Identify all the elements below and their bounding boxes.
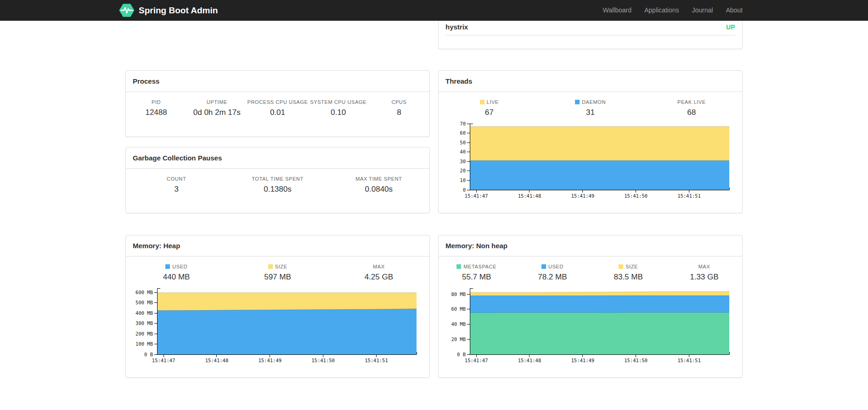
gc-panel-title: Garbage Collection Pauses: [126, 148, 429, 169]
svg-text:600 MB: 600 MB: [135, 290, 153, 295]
service-name[interactable]: hystrix: [445, 23, 468, 31]
metric-peak-live-label: PEAK LIVE: [641, 99, 742, 108]
memory-nonheap-chart: 0 B20 MB40 MB60 MB80 MB15:41:4715:41:481…: [443, 285, 735, 365]
memory-heap-panel: Memory: Heap USED SIZE MAX 440 MB 597 MB…: [125, 235, 430, 378]
service-status-badge: UP: [726, 23, 735, 31]
svg-text:15:41:50: 15:41:50: [624, 358, 648, 363]
gc-metrics: COUNT TOTAL TIME SPENT MAX TIME SPENT 3 …: [126, 176, 429, 194]
gc-panel: Garbage Collection Pauses COUNT TOTAL TI…: [125, 147, 430, 213]
metric-metaspace-label: METASPACE: [439, 264, 514, 273]
metric-system-cpu-value: 0.10: [308, 108, 369, 117]
svg-text:15:41:48: 15:41:48: [518, 358, 541, 363]
memory-heap-panel-title: Memory: Heap: [126, 235, 429, 256]
svg-text:15:41:51: 15:41:51: [677, 358, 701, 363]
svg-text:100 MB: 100 MB: [135, 341, 153, 347]
metric-nonheap-used-label: USED: [514, 264, 590, 273]
nav-item-applications[interactable]: Applications: [638, 0, 686, 21]
metric-heap-used-value: 440 MB: [126, 273, 227, 282]
daemon-swatch-icon: [575, 100, 580, 104]
svg-text:500 MB: 500 MB: [135, 300, 153, 305]
metric-nonheap-used-value: 78.2 MB: [514, 273, 590, 282]
top-navbar: Spring Boot Admin Wallboard Applications…: [0, 0, 868, 21]
metric-gc-total-label: TOTAL TIME SPENT: [227, 176, 328, 185]
process-metrics: PID UPTIME PROCESS CPU USAGE SYSTEM CPU …: [126, 99, 429, 117]
metric-metaspace-value: 55.7 MB: [439, 273, 514, 282]
metric-pid-value: 12488: [126, 108, 186, 117]
service-row[interactable]: hystrix UP: [445, 21, 735, 35]
svg-text:40 MB: 40 MB: [451, 321, 466, 327]
svg-text:15:41:51: 15:41:51: [365, 358, 388, 363]
metric-process-cpu-label: PROCESS CPU USAGE: [247, 99, 308, 108]
brand-logo-icon: [119, 3, 135, 17]
svg-text:0: 0: [463, 187, 466, 193]
threads-legend: LIVE DAEMON PEAK LIVE 67 31 68: [439, 99, 742, 117]
threads-chart: 01020304050607015:41:4715:41:4815:41:491…: [443, 120, 735, 201]
process-panel-title: Process: [126, 71, 429, 92]
brand-link[interactable]: Spring Boot Admin: [119, 3, 218, 17]
memory-nonheap-panel: Memory: Non heap METASPACE USED SIZE MAX…: [438, 235, 743, 378]
threads-panel-title: Threads: [439, 71, 742, 92]
svg-text:15:41:47: 15:41:47: [152, 358, 175, 363]
nonheap-used-swatch-icon: [541, 264, 546, 269]
metric-system-cpu-label: SYSTEM CPU USAGE: [308, 99, 369, 108]
metric-process-cpu-value: 0.01: [247, 108, 308, 117]
metric-uptime-label: UPTIME: [186, 99, 247, 108]
svg-text:50: 50: [460, 140, 466, 145]
nav-item-journal[interactable]: Journal: [685, 0, 719, 21]
metric-live-label: LIVE: [439, 99, 540, 108]
metric-cpus-label: CPUS: [369, 99, 429, 108]
metric-gc-count-value: 3: [126, 185, 227, 194]
metric-gc-max-value: 0.0840s: [328, 185, 429, 194]
svg-text:70: 70: [460, 121, 466, 126]
metric-peak-live-value: 68: [641, 108, 742, 117]
heap-legend: USED SIZE MAX 440 MB 597 MB 4.25 GB: [126, 264, 429, 282]
nonheap-legend: METASPACE USED SIZE MAX 55.7 MB 78.2 MB …: [439, 264, 742, 282]
metric-heap-max-value: 4.25 GB: [328, 273, 429, 282]
navbar-menu: Wallboard Applications Journal About: [596, 0, 743, 21]
metric-nonheap-size-value: 83.5 MB: [591, 273, 666, 282]
metric-heap-size-value: 597 MB: [227, 273, 328, 282]
metric-gc-count-label: COUNT: [126, 176, 227, 185]
svg-text:15:41:48: 15:41:48: [518, 193, 541, 199]
svg-text:200 MB: 200 MB: [135, 331, 153, 336]
svg-text:15:41:49: 15:41:49: [571, 358, 594, 363]
services-panel: hystrix UP: [438, 21, 743, 49]
svg-text:15:41:49: 15:41:49: [258, 358, 282, 363]
svg-text:15:41:47: 15:41:47: [465, 193, 488, 199]
metric-pid-label: PID: [126, 99, 186, 108]
heap-used-swatch-icon: [165, 264, 170, 269]
memory-heap-chart: 0 B100 MB200 MB300 MB400 MB500 MB600 MB1…: [130, 285, 422, 365]
nav-item-wallboard[interactable]: Wallboard: [596, 0, 638, 21]
metric-uptime-value: 0d 0h 2m 17s: [186, 108, 247, 117]
metaspace-swatch-icon: [457, 264, 461, 269]
metric-heap-used-label: USED: [126, 264, 227, 273]
metric-heap-max-label: MAX: [328, 264, 429, 273]
svg-text:20: 20: [460, 168, 466, 173]
svg-text:10: 10: [460, 177, 466, 183]
brand-title: Spring Boot Admin: [139, 6, 218, 16]
svg-text:20 MB: 20 MB: [451, 336, 466, 342]
svg-text:30: 30: [460, 159, 466, 164]
svg-text:15:41:50: 15:41:50: [624, 193, 648, 199]
metric-heap-size-label: SIZE: [227, 264, 328, 273]
nonheap-size-swatch-icon: [619, 264, 623, 269]
svg-text:60: 60: [460, 130, 466, 136]
nav-item-about[interactable]: About: [719, 0, 743, 21]
svg-text:15:41:49: 15:41:49: [571, 193, 594, 199]
svg-text:0 B: 0 B: [457, 352, 466, 357]
metric-nonheap-max-label: MAX: [666, 264, 742, 273]
metric-gc-max-label: MAX TIME SPENT: [328, 176, 429, 185]
metric-nonheap-max-value: 1.33 GB: [666, 273, 742, 282]
svg-text:0 B: 0 B: [144, 352, 153, 357]
metric-cpus-value: 8: [369, 108, 429, 117]
svg-text:300 MB: 300 MB: [135, 320, 153, 326]
heap-size-swatch-icon: [268, 264, 273, 269]
svg-text:80 MB: 80 MB: [451, 291, 466, 297]
metric-nonheap-size-label: SIZE: [591, 264, 666, 273]
metric-live-value: 67: [439, 108, 540, 117]
svg-text:60 MB: 60 MB: [451, 306, 466, 312]
metric-daemon-value: 31: [540, 108, 641, 117]
memory-nonheap-panel-title: Memory: Non heap: [439, 235, 742, 256]
live-swatch-icon: [480, 100, 485, 104]
svg-text:40: 40: [460, 149, 466, 154]
